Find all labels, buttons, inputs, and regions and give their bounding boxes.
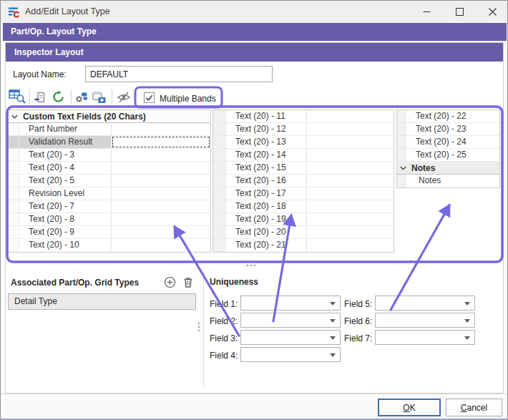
- grid-band-2: Text (20) - 11 Text (20) - 12 Text (20) …: [213, 109, 394, 253]
- layout-name-input[interactable]: [85, 66, 273, 82]
- row-value-cell[interactable]: [306, 200, 394, 213]
- layout-settings-button[interactable]: [75, 91, 89, 104]
- grid-row[interactable]: Text (20) - 9: [9, 226, 210, 239]
- grid-row[interactable]: Text (20) - 22: [397, 110, 499, 123]
- grid-row[interactable]: Text (20) - 19: [213, 213, 394, 226]
- row-value-cell[interactable]: [111, 213, 210, 225]
- grid-row[interactable]: Text (20) - 16: [213, 175, 394, 187]
- maximize-button[interactable]: [443, 1, 476, 22]
- grid-row[interactable]: Text (20) - 10: [9, 239, 210, 252]
- row-value-cell[interactable]: [306, 149, 394, 161]
- close-button[interactable]: [476, 1, 508, 22]
- row-value-cell[interactable]: [306, 213, 394, 225]
- row-label: Text (20) - 22: [406, 110, 499, 122]
- grid-row[interactable]: Notes: [397, 175, 499, 187]
- row-label: Text (20) - 5: [19, 175, 111, 187]
- field-7-dropdown[interactable]: [375, 330, 475, 345]
- cancel-button[interactable]: Cancel: [446, 399, 502, 416]
- grid-row[interactable]: Text (20) - 18: [213, 200, 394, 213]
- grid-row[interactable]: Text (20) - 5: [9, 175, 210, 187]
- grid-row[interactable]: Text (20) - 13: [213, 136, 394, 149]
- row-value-cell[interactable]: [306, 175, 394, 187]
- grid-row[interactable]: Text (20) - 4: [9, 162, 210, 175]
- grid-row[interactable]: Text (20) - 25: [397, 149, 499, 162]
- row-value-cell[interactable]: [306, 162, 394, 174]
- row-value-cell[interactable]: [306, 110, 394, 122]
- delete-grid-type-button[interactable]: [182, 276, 194, 290]
- grid-row[interactable]: Text (20) - 14: [213, 149, 394, 162]
- horizontal-splitter-grip[interactable]: [247, 265, 255, 266]
- row-value-cell[interactable]: [111, 226, 210, 238]
- grid-row[interactable]: Text (20) - 12: [213, 123, 394, 136]
- row-value-cell[interactable]: [111, 187, 210, 200]
- row-value-cell[interactable]: [111, 200, 210, 213]
- vertical-splitter-grip[interactable]: [198, 323, 200, 331]
- add-panel-button[interactable]: [92, 91, 107, 104]
- field-3-dropdown[interactable]: [240, 330, 341, 345]
- grid-row[interactable]: Text (20) - 17: [213, 187, 394, 200]
- grid-row-selected[interactable]: Validation Result: [9, 136, 210, 149]
- row-value-cell[interactable]: [111, 149, 210, 161]
- partop-layout-type-header: Part/Op. Layout Type: [3, 23, 507, 41]
- row-value-cell[interactable]: [306, 239, 394, 252]
- grid-row[interactable]: Revision Level: [9, 187, 210, 200]
- ok-button[interactable]: OK: [378, 399, 441, 416]
- row-value-cell[interactable]: [306, 187, 394, 200]
- add-grid-type-button[interactable]: [164, 276, 176, 290]
- multiple-bands-checkbox[interactable]: [144, 92, 155, 103]
- grid-row[interactable]: Text (20) - 15: [213, 162, 394, 175]
- field-5-label: Field 5:: [344, 299, 372, 309]
- dropdown-caret-icon: [330, 353, 336, 357]
- dropdown-caret-icon: [330, 302, 336, 306]
- grid-row[interactable]: Text (20) - 8: [9, 213, 210, 226]
- minimize-button[interactable]: [410, 1, 443, 22]
- row-value-cell[interactable]: [306, 136, 394, 148]
- grid-row[interactable]: Text (20) - 20: [213, 226, 394, 239]
- row-value-cell[interactable]: [306, 123, 394, 135]
- grid-row[interactable]: Text (20) - 3: [9, 149, 210, 162]
- grid-row[interactable]: Text (20) - 24: [397, 136, 499, 149]
- row-label: Part Number: [19, 123, 111, 135]
- row-value-cell[interactable]: [111, 162, 210, 174]
- grid-row[interactable]: Part Number: [9, 123, 210, 136]
- field-1-dropdown[interactable]: [240, 296, 341, 311]
- row-label: Text (20) - 10: [19, 239, 111, 252]
- row-label: Text (20) - 15: [226, 162, 306, 174]
- field-6-dropdown[interactable]: [375, 313, 475, 328]
- group-header-label: Notes: [411, 163, 435, 173]
- row-label: Text (20) - 3: [19, 149, 111, 161]
- reset-layout-button[interactable]: [52, 90, 65, 104]
- field-5-dropdown[interactable]: [375, 296, 475, 311]
- row-label: Text (20) - 24: [406, 136, 499, 148]
- field-2-dropdown[interactable]: [240, 313, 341, 328]
- row-label: Text (20) - 7: [19, 200, 111, 213]
- group-row-custom-text-fields[interactable]: Custom Text Fields (20 Chars): [9, 110, 210, 123]
- export-layout-button[interactable]: [34, 91, 47, 104]
- grid-row[interactable]: Text (20) - 21: [213, 239, 394, 252]
- hidden-items-button[interactable]: [117, 92, 131, 103]
- row-value-cell[interactable]: [111, 239, 210, 252]
- row-value-cell[interactable]: [306, 226, 394, 238]
- add-edit-layout-type-dialog: Add/Edit Layout Type Part/Op. Layout Typ…: [0, 0, 508, 420]
- field-4-dropdown[interactable]: [240, 347, 341, 362]
- focus-rect: [112, 137, 210, 147]
- gear-icon: [75, 91, 89, 104]
- row-value-cell[interactable]: [111, 123, 210, 135]
- row-label: Text (20) - 23: [406, 123, 499, 135]
- row-label: Text (20) - 13: [226, 136, 306, 148]
- row-label: Notes: [406, 175, 499, 187]
- row-label: Text (20) - 25: [406, 149, 499, 161]
- row-value-cell[interactable]: [111, 175, 210, 187]
- row-value-cell[interactable]: [111, 136, 210, 148]
- grid-row[interactable]: Text (20) - 7: [9, 200, 210, 213]
- grid-row[interactable]: Text (20) - 23: [397, 123, 499, 136]
- refresh-icon: [52, 90, 65, 104]
- grid-row[interactable]: Text (20) - 11: [213, 110, 394, 123]
- minimize-icon: [423, 8, 431, 16]
- customize-layout-button[interactable]: [9, 89, 26, 104]
- check-icon: [145, 93, 154, 102]
- group-row-notes[interactable]: Notes: [397, 162, 499, 175]
- grid-type-list-item[interactable]: Detail Type: [8, 293, 196, 310]
- uniqueness-title: Uniqueness: [210, 277, 258, 287]
- document-arrow-icon: [34, 91, 47, 104]
